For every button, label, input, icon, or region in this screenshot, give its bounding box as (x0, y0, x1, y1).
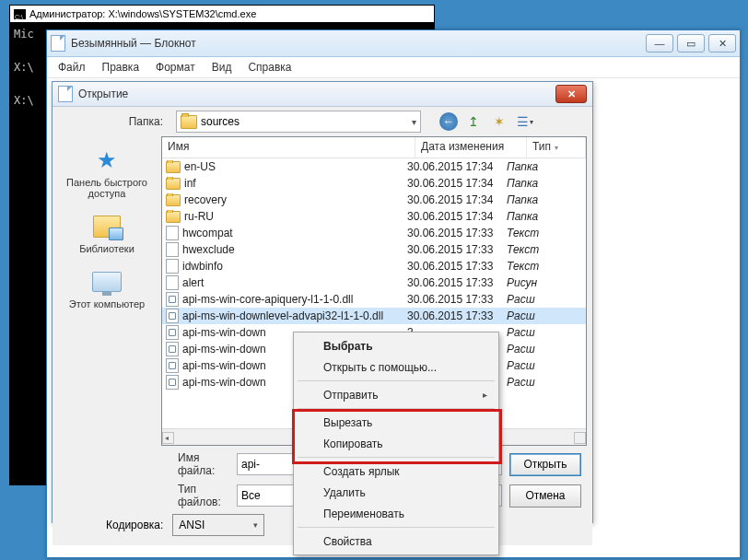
menu-edit[interactable]: Правка (102, 61, 140, 74)
filename-label: Имя файла: (172, 451, 237, 477)
folder-icon (181, 115, 197, 129)
dll-icon (166, 292, 179, 307)
ctx-open-with[interactable]: Открыть с помощью... (296, 356, 497, 378)
dll-icon (166, 342, 179, 356)
place-libraries[interactable]: Библиотеки (59, 208, 155, 260)
dialog-titlebar[interactable]: Открытие ✕ (53, 82, 592, 107)
chevron-down-icon: ▾ (412, 117, 416, 127)
back-button[interactable]: ← (439, 112, 458, 131)
file-row[interactable]: hwcompat30.06.2015 17:33Текст (162, 225, 586, 241)
file-list-header[interactable]: Имя Дата изменения Тип▾ (162, 137, 586, 158)
folder-icon (166, 211, 181, 223)
encoding-combo[interactable]: ANSI▾ (172, 514, 264, 536)
ctx-send-to[interactable]: Отправить▸ (296, 384, 497, 405)
folder-icon (166, 161, 181, 173)
minimize-button[interactable]: — (646, 34, 673, 52)
file-row[interactable]: alert30.06.2015 17:33Рисун (162, 274, 586, 291)
star-icon: ★ (92, 147, 122, 173)
menu-file[interactable]: Файл (58, 61, 86, 74)
file-icon (166, 226, 179, 240)
file-row[interactable]: idwbinfo30.06.2015 17:33Текст (162, 258, 586, 274)
file-row[interactable]: api-ms-win-downlevel-advapi32-l1-1-0.dll… (162, 308, 586, 324)
chevron-down-icon: ▾ (555, 144, 558, 152)
folder-label: Папка: (60, 115, 170, 128)
dll-icon (166, 325, 179, 340)
notepad-menubar: Файл Правка Формат Вид Справка (47, 57, 740, 78)
place-quick-access[interactable]: ★ Панель быстрого доступа (59, 142, 155, 204)
new-folder-button[interactable]: ✶ (489, 111, 509, 132)
maximize-button[interactable]: ▭ (677, 34, 705, 52)
ctx-select[interactable]: Выбрать (296, 335, 497, 356)
menu-view[interactable]: Вид (212, 61, 232, 74)
file-row[interactable]: recovery30.06.2015 17:34Папка (162, 192, 586, 208)
cancel-button[interactable]: Отмена (509, 484, 581, 508)
file-row[interactable]: en-US30.06.2015 17:34Папка (162, 158, 586, 175)
ctx-properties[interactable]: Свойства (296, 531, 497, 552)
menu-help[interactable]: Справка (248, 61, 291, 74)
close-button[interactable]: ✕ (708, 34, 736, 52)
places-bar: ★ Панель быстрого доступа Библиотеки Это… (53, 136, 161, 446)
ctx-copy[interactable]: Копировать (296, 433, 497, 454)
file-icon (166, 259, 179, 274)
ctx-delete[interactable]: Удалить (296, 482, 497, 503)
document-icon (51, 35, 65, 52)
chevron-right-icon: ▸ (483, 390, 487, 400)
file-row[interactable]: ru-RU30.06.2015 17:34Папка (162, 208, 586, 225)
file-icon (166, 242, 179, 257)
dialog-title-text: Открытие (78, 88, 555, 100)
file-row[interactable]: hwexclude30.06.2015 17:33Текст (162, 241, 586, 258)
notepad-title-text: Безымянный — Блокнот (71, 37, 646, 50)
view-mode-button[interactable]: ☰▾ (515, 111, 535, 132)
folder-icon (166, 194, 181, 206)
file-row[interactable]: api-ms-win-core-apiquery-l1-1-0.dll30.06… (162, 291, 586, 308)
dialog-toolbar: Папка: sources ▾ ← ↥ ✶ ☰▾ (53, 107, 592, 136)
folder-combo-value: sources (201, 115, 240, 128)
cmd-titlebar: Администратор: X:\windows\SYSTEM32\cmd.e… (10, 6, 434, 22)
up-folder-button[interactable]: ↥ (463, 111, 484, 132)
dll-icon (166, 375, 179, 390)
open-button[interactable]: Открыть (509, 453, 581, 476)
cmd-title-text: Администратор: X:\windows\SYSTEM32\cmd.e… (29, 6, 256, 22)
ctx-rename[interactable]: Переименовать (296, 503, 497, 524)
chevron-down-icon: ▾ (253, 520, 258, 530)
encoding-label: Кодировка: (106, 519, 163, 531)
ctx-cut[interactable]: Вырезать (296, 412, 497, 433)
menu-format[interactable]: Формат (156, 61, 195, 74)
notepad-titlebar[interactable]: Безымянный — Блокнот — ▭ ✕ (47, 30, 740, 57)
ctx-create-shortcut[interactable]: Создать ярлык (296, 461, 497, 482)
dll-icon (166, 358, 179, 373)
computer-icon (92, 269, 122, 295)
document-icon (58, 86, 73, 102)
cmd-icon (14, 9, 26, 19)
folder-combo[interactable]: sources ▾ (176, 111, 421, 133)
place-this-pc[interactable]: Этот компьютер (59, 263, 155, 315)
file-row[interactable]: inf30.06.2015 17:34Папка (162, 175, 586, 192)
filetype-label: Тип файлов: (172, 483, 237, 508)
context-menu: Выбрать Открыть с помощью... Отправить▸ … (293, 332, 499, 555)
libraries-icon (92, 214, 122, 239)
folder-icon (166, 178, 181, 190)
dialog-close-button[interactable]: ✕ (555, 85, 587, 103)
file-icon (166, 275, 179, 290)
dll-icon (166, 309, 179, 323)
